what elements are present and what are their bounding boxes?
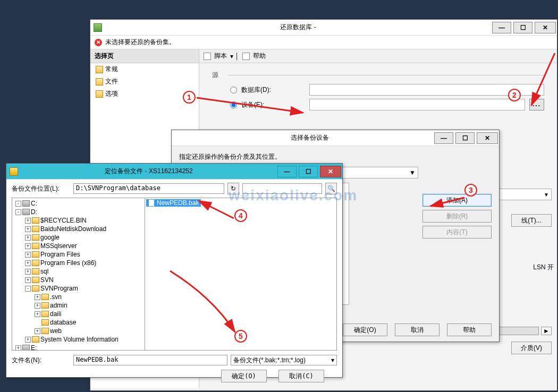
leftnav-item-general[interactable]: 常规	[90, 63, 199, 75]
location-path-input[interactable]: D:\SVNProgram\database	[73, 183, 224, 194]
tree-node[interactable]: -D:	[13, 208, 143, 216]
expand-icon[interactable]: +	[25, 235, 31, 241]
folder-icon	[32, 226, 39, 232]
tree-node[interactable]: +.svn	[13, 293, 143, 301]
maximize-button[interactable]: ☐	[455, 132, 475, 144]
expand-icon[interactable]: +	[15, 345, 21, 351]
chevron-down-icon: ▼	[409, 169, 416, 176]
tree-node[interactable]: +System Volume Information	[13, 335, 143, 344]
radio-device[interactable]	[230, 101, 237, 108]
locate-titlebar[interactable]: 定位备份文件 - XS1162134252 — ☐ ✕	[6, 164, 342, 180]
ok-button[interactable]: 确定(O)	[221, 370, 267, 382]
minimize-button[interactable]: —	[492, 22, 511, 33]
filetype-combo[interactable]: 备份文件(*.bak;*.trn;*.log) ▾	[231, 355, 337, 365]
chevron-down-icon: ▼	[544, 192, 549, 198]
device-path-input[interactable]	[309, 99, 525, 110]
database-combo[interactable]	[309, 84, 544, 96]
minimize-button[interactable]: —	[434, 132, 453, 144]
expand-icon[interactable]: +	[25, 260, 31, 266]
expand-icon[interactable]: +	[35, 328, 40, 334]
expand-icon[interactable]: -	[15, 201, 21, 207]
page-icon	[96, 78, 103, 86]
search-button[interactable]: 🔍	[325, 183, 337, 194]
tree-node[interactable]: -SVNProgram	[13, 284, 143, 293]
radio-database-label: 数据库(D):	[241, 86, 305, 95]
tree-node[interactable]: +Program Files (x86)	[13, 259, 143, 267]
tree-node[interactable]: +$RECYCLE.BIN	[13, 216, 143, 225]
expand-icon[interactable]: +	[25, 252, 31, 258]
cancel-button[interactable]: 取消	[395, 323, 439, 336]
folder-icon	[32, 217, 39, 224]
restore-titlebar[interactable]: 还原数据库 - — ☐ ✕	[90, 20, 557, 36]
expand-icon[interactable]: +	[25, 277, 31, 283]
tree-node-label: D:	[31, 208, 37, 216]
hscroll-right-icon[interactable]: ►	[541, 327, 552, 335]
selected-file-item[interactable]: NewPEDB.bak	[146, 199, 201, 207]
folder-icon	[32, 285, 39, 292]
filename-input[interactable]: NewPEDB.bak	[73, 355, 227, 365]
search-icon: 🔍	[327, 185, 335, 192]
close-button[interactable]: ✕	[320, 166, 341, 177]
tree-node[interactable]: +google	[13, 233, 143, 242]
location-label: 备份文件位置(L):	[12, 184, 70, 193]
tree-node[interactable]: +sql	[13, 267, 143, 276]
tree-node[interactable]: +BaiduNetdiskDownload	[13, 225, 143, 233]
content-button[interactable]: 内容(T)	[422, 226, 492, 238]
add-button[interactable]: 添加(A)	[422, 194, 492, 207]
tree-node-label: .svn	[50, 293, 62, 301]
radio-database[interactable]	[230, 87, 237, 93]
folder-icon	[41, 311, 49, 317]
tree-node[interactable]: -C:	[13, 199, 143, 208]
leftnav-item-files[interactable]: 文件	[90, 75, 199, 88]
toolbar-help[interactable]: 帮助	[253, 52, 266, 61]
help-button[interactable]: 帮助	[447, 323, 492, 336]
expand-icon[interactable]: -	[15, 209, 21, 215]
expand-icon[interactable]: +	[25, 226, 31, 232]
tree-node[interactable]: +SVN	[13, 276, 143, 284]
toolbar-script[interactable]: 脚本	[214, 52, 227, 61]
close-button[interactable]: ✕	[477, 132, 498, 144]
expand-icon[interactable]: +	[25, 243, 31, 249]
expand-icon[interactable]: +	[35, 303, 40, 309]
tree-node-label: BaiduNetdiskDownload	[40, 225, 106, 233]
file-list-pane[interactable]: NewPEDB.bak	[145, 198, 336, 350]
leftnav-item-options[interactable]: 选项	[90, 88, 199, 100]
tree-node[interactable]: +Program Files	[13, 250, 143, 259]
tree-node[interactable]: +MSSqlserver	[13, 242, 143, 250]
expand-icon[interactable]: +	[35, 311, 40, 317]
timeline-button[interactable]: 线(T)...	[511, 214, 552, 227]
restore-toolbar: 脚本 ▾ │ 帮助	[199, 49, 557, 63]
ok-button[interactable]: 确定(O)	[343, 323, 387, 336]
expand-icon[interactable]: +	[25, 218, 31, 224]
expand-icon[interactable]: +	[25, 269, 31, 275]
cancel-button[interactable]: 取消(C)	[278, 370, 324, 382]
maximize-button[interactable]: ☐	[513, 22, 532, 33]
folder-tree[interactable]: -C:-D:+$RECYCLE.BIN+BaiduNetdiskDownload…	[12, 198, 145, 350]
tree-node[interactable]: +daili	[13, 310, 143, 318]
expand-icon[interactable]: +	[25, 337, 31, 343]
chevron-down-icon: ▾	[331, 356, 334, 364]
folder-icon	[32, 243, 39, 249]
filter-input[interactable]	[242, 183, 322, 194]
device-titlebar[interactable]: 选择备份设备 — ☐ ✕	[172, 130, 499, 146]
maximize-button[interactable]: ☐	[299, 166, 318, 177]
tree-node-label: MSSqlserver	[40, 242, 77, 250]
tree-node[interactable]: +admin	[13, 301, 143, 310]
tree-node-label: SVNProgram	[40, 285, 78, 292]
tree-node[interactable]: +E:	[13, 344, 143, 350]
tree-node[interactable]: database	[13, 318, 143, 327]
verify-media-button[interactable]: 介质(V)	[511, 342, 552, 354]
folder-icon	[32, 277, 39, 283]
minimize-button[interactable]: —	[277, 166, 297, 177]
browse-device-button[interactable]: ...	[529, 99, 544, 110]
folder-icon	[32, 260, 39, 266]
expand-icon[interactable]: +	[35, 294, 40, 300]
tree-node[interactable]: +web	[13, 327, 143, 335]
close-button[interactable]: ✕	[535, 22, 556, 33]
device-app-icon	[175, 134, 183, 142]
remove-button[interactable]: 删除(R)	[422, 210, 492, 223]
tree-node-label: admin	[50, 302, 67, 309]
error-icon: ✕	[95, 39, 102, 46]
expand-icon[interactable]: -	[25, 286, 31, 292]
refresh-button[interactable]: ↻	[227, 183, 239, 194]
